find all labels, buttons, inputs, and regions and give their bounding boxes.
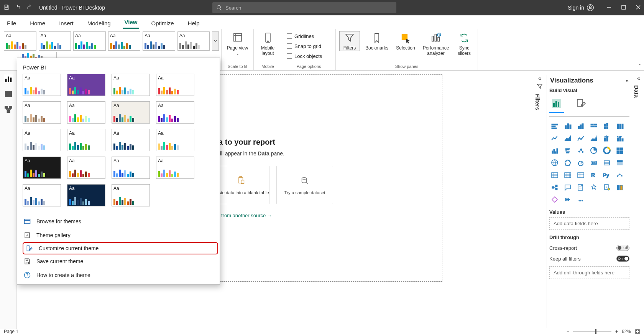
visualization-type-icon[interactable]: 123 (588, 158, 599, 168)
visualization-type-icon[interactable] (562, 195, 573, 205)
bookmarks-pane-button[interactable]: Bookmarks (363, 31, 390, 51)
drill-through-field-well[interactable]: Add drill-through fields here (549, 266, 629, 279)
data-pane-collapsed[interactable]: « Data (633, 75, 644, 98)
visualization-type-icon[interactable] (575, 182, 586, 192)
visualization-type-icon[interactable] (549, 145, 560, 155)
visualization-type-icon[interactable] (614, 133, 625, 143)
browse-themes-action[interactable]: Browse for themes (23, 215, 218, 228)
visualization-type-icon[interactable] (601, 145, 612, 155)
visualization-type-icon[interactable] (549, 133, 560, 143)
lock-objects-checkbox[interactable]: Lock objects (287, 51, 322, 61)
zoom-out-icon[interactable]: − (567, 329, 569, 334)
theme-swatch[interactable]: Aa (4, 31, 36, 51)
visualization-type-icon[interactable] (549, 158, 560, 168)
cross-report-toggle[interactable]: Off (616, 245, 629, 251)
theme-swatch[interactable]: Aa (112, 157, 150, 179)
theme-swatch[interactable]: Aa (177, 31, 210, 51)
undo-icon[interactable] (15, 4, 21, 12)
theme-swatch[interactable]: Aa (67, 129, 105, 151)
tab-optimize[interactable]: Optimize (150, 18, 176, 29)
tab-home[interactable]: Home (28, 18, 47, 29)
visualization-type-icon[interactable] (575, 121, 586, 131)
model-view-icon[interactable] (4, 105, 13, 114)
data-expand-icon[interactable]: « (633, 75, 644, 81)
filters-expand-icon[interactable]: « (534, 75, 545, 81)
card-paste-data[interactable]: Paste data into a blank table (213, 166, 269, 204)
visualization-type-icon[interactable] (549, 170, 560, 180)
card-sample-dataset[interactable]: Try a sample dataset (276, 166, 333, 204)
tab-help[interactable]: Help (186, 18, 201, 29)
values-field-well[interactable]: Add data fields here (549, 217, 629, 230)
tab-insert[interactable]: Insert (58, 18, 75, 29)
visualization-type-icon[interactable]: Py (601, 170, 612, 180)
zoom-slider[interactable] (573, 331, 611, 332)
close-button[interactable] (636, 5, 641, 11)
theme-swatch[interactable]: Aa (112, 129, 150, 151)
visualization-type-icon[interactable] (614, 158, 625, 168)
theme-swatch[interactable]: Aa (23, 101, 61, 124)
theme-swatch[interactable]: Aa (23, 129, 61, 151)
tab-view[interactable]: View (123, 17, 139, 29)
theme-swatch[interactable]: Aa (67, 101, 105, 124)
visualization-type-icon[interactable] (575, 195, 586, 205)
theme-swatch[interactable]: Aa (112, 101, 150, 124)
theme-swatch[interactable]: Aa (112, 74, 150, 96)
tab-file[interactable]: File (5, 18, 18, 29)
theme-swatch[interactable]: Aa (156, 157, 194, 179)
keep-all-filters-toggle[interactable]: On (616, 256, 629, 262)
visualization-type-icon[interactable] (549, 195, 560, 205)
how-to-theme-action[interactable]: How to create a theme (23, 268, 218, 282)
visualization-type-icon[interactable] (575, 133, 586, 143)
visualization-type-icon[interactable] (549, 121, 560, 131)
visualization-type-icon[interactable] (601, 133, 612, 143)
page-view-button[interactable]: Page view ⌄ (226, 31, 249, 56)
visualizations-expand-icon[interactable]: » (626, 78, 629, 84)
theme-swatch[interactable]: Aa (67, 74, 105, 96)
performance-analyzer-button[interactable]: Performance analyzer (421, 31, 451, 56)
visualization-type-icon[interactable] (562, 133, 573, 143)
visualization-type-icon[interactable] (562, 182, 573, 192)
build-visual-tab-icon[interactable] (549, 96, 564, 113)
gridlines-checkbox[interactable]: Gridlines (287, 31, 322, 41)
format-visual-tab-icon[interactable] (574, 96, 588, 113)
visualization-type-icon[interactable] (562, 170, 573, 180)
visualization-type-icon[interactable] (549, 182, 560, 192)
visualization-type-icon[interactable] (588, 121, 599, 131)
theme-swatch[interactable]: Aa (73, 31, 106, 51)
visualization-type-icon[interactable] (614, 182, 625, 192)
save-theme-action[interactable]: Save current theme (23, 254, 218, 268)
zoom-in-icon[interactable]: + (615, 329, 618, 334)
report-view-icon[interactable] (4, 74, 13, 83)
themes-dropdown-arrow[interactable] (212, 31, 219, 51)
theme-swatch[interactable]: Aa (108, 31, 141, 51)
visualization-type-icon[interactable] (588, 133, 599, 143)
theme-swatch[interactable]: Aa (143, 31, 175, 51)
fit-to-page-icon[interactable] (635, 329, 640, 334)
selection-pane-button[interactable]: Selection (394, 31, 417, 51)
theme-swatch[interactable]: Aa (156, 74, 194, 96)
visualization-type-icon[interactable] (562, 121, 573, 131)
theme-swatch[interactable]: Aa (23, 74, 61, 96)
visualization-type-icon[interactable] (588, 145, 599, 155)
theme-swatch[interactable]: Aa (67, 157, 105, 179)
theme-gallery-action[interactable]: A Theme gallery (23, 228, 218, 242)
theme-swatch[interactable]: Aa (156, 129, 194, 151)
mobile-layout-button[interactable]: Mobile layout (256, 31, 279, 56)
visualization-type-icon[interactable] (601, 158, 612, 168)
visualization-type-icon[interactable] (575, 145, 586, 155)
page-indicator[interactable]: Page 1 (4, 329, 18, 334)
theme-swatch[interactable]: Aa (67, 184, 105, 206)
visualization-type-icon[interactable] (614, 170, 625, 180)
sign-in-button[interactable]: Sign in (568, 4, 594, 12)
visualization-type-icon[interactable] (562, 145, 573, 155)
theme-swatch[interactable]: Aa (156, 101, 194, 124)
theme-swatch[interactable]: Aa (23, 157, 61, 179)
visualization-type-icon[interactable] (562, 158, 573, 168)
search-box[interactable]: Search (212, 2, 396, 13)
data-view-icon[interactable] (4, 90, 13, 98)
collapse-ribbon-icon[interactable]: ⌃ (638, 63, 642, 69)
customize-theme-action[interactable]: Customize current theme (23, 242, 218, 254)
save-icon[interactable] (3, 4, 10, 12)
filters-pane-button[interactable]: Filters (340, 31, 360, 51)
visualization-type-icon[interactable] (601, 182, 612, 192)
